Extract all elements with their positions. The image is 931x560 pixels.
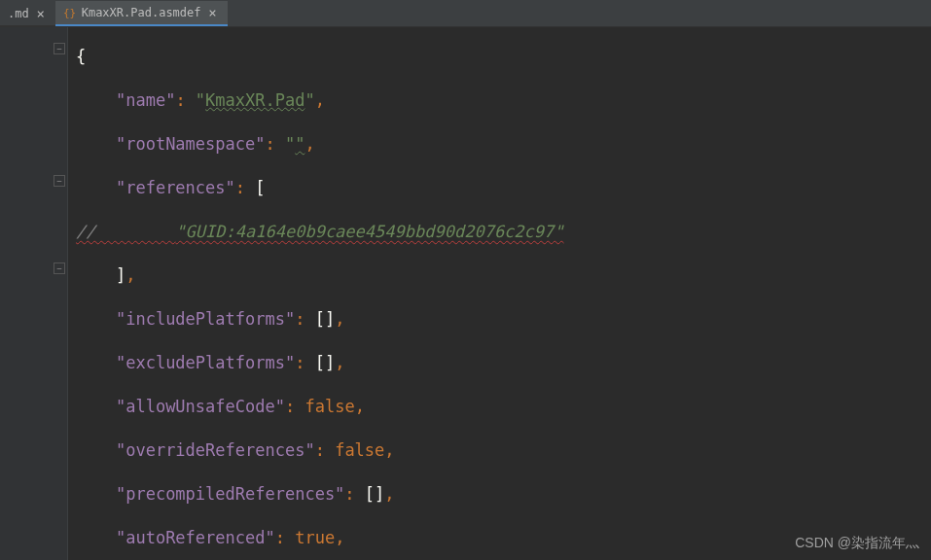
- close-icon[interactable]: ×: [34, 7, 48, 20]
- code-line: "allowUnsafeCode": false,: [68, 385, 931, 429]
- tab-asmdef-label: KmaxXR.Pad.asmdef: [82, 6, 201, 19]
- editor: − − − { "name": "KmaxXR.Pad", "rootNames…: [0, 27, 931, 560]
- code-line: "excludePlatforms": [],: [68, 341, 931, 385]
- code-line: ],: [68, 254, 931, 298]
- code-line: "rootNamespace": "",: [68, 122, 931, 166]
- fold-marker-icon[interactable]: −: [54, 175, 65, 187]
- json-icon: {}: [63, 6, 77, 19]
- code-line: {: [68, 35, 931, 79]
- svg-text:{}: {}: [63, 7, 76, 19]
- gutter: − − −: [0, 27, 68, 560]
- code-line: "overrideReferences": false,: [68, 429, 931, 472]
- code-line: // "GUID:4a164e0b9caee4549bbd90d2076c2c9…: [68, 210, 931, 254]
- code-area[interactable]: { "name": "KmaxXR.Pad", "rootNamespace":…: [68, 27, 931, 560]
- fold-marker-icon[interactable]: −: [54, 262, 65, 274]
- code-line: "includePlatforms": [],: [68, 298, 931, 341]
- tab-md[interactable]: .md ×: [0, 1, 55, 26]
- tab-bar: .md × {} KmaxXR.Pad.asmdef ×: [0, 0, 931, 27]
- code-line: "precompiledReferences": [],: [68, 472, 931, 516]
- watermark: CSDN @染指流年灬: [795, 535, 919, 552]
- code-line: "references": [: [68, 166, 931, 210]
- code-line: "name": "KmaxXR.Pad",: [68, 79, 931, 122]
- tab-md-label: .md: [8, 7, 29, 20]
- close-icon[interactable]: ×: [206, 6, 220, 19]
- tab-asmdef[interactable]: {} KmaxXR.Pad.asmdef ×: [55, 1, 228, 26]
- fold-marker-icon[interactable]: −: [54, 43, 65, 54]
